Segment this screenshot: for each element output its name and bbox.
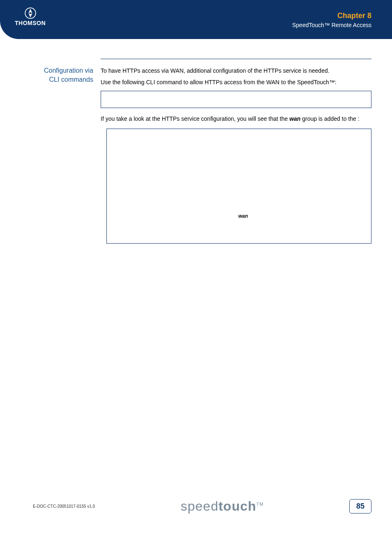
paragraph-2: Use the following CLI command to allow H… bbox=[101, 78, 371, 86]
paragraph-3: If you take a look at the HTTPs service … bbox=[101, 115, 371, 123]
section-heading: Configuration via CLI commands bbox=[21, 59, 93, 84]
para3-part-c: : bbox=[358, 115, 360, 122]
code-block-1 bbox=[101, 91, 371, 108]
section-heading-line1: Configuration via bbox=[44, 67, 93, 74]
paragraph-1: To have HTTPs access via WAN, additional… bbox=[101, 67, 371, 75]
page-footer: E-DOC-CTC-20051017-0155 v1.0 speedtouchT… bbox=[0, 499, 392, 514]
para3-part-b: group is added to the bbox=[300, 115, 357, 122]
header-right: Chapter 8 SpeedTouch™ Remote Access bbox=[292, 12, 371, 28]
right-column: To have HTTPs access via WAN, additional… bbox=[101, 59, 371, 244]
code-block-2: wan bbox=[106, 129, 371, 244]
para3-part-a: If you take a look at the HTTPs service … bbox=[101, 115, 289, 122]
para3-wan: wan bbox=[289, 115, 300, 122]
thomson-logo-icon bbox=[25, 7, 36, 19]
thomson-logo: THOMSON bbox=[15, 7, 46, 26]
thomson-logo-text: THOMSON bbox=[15, 20, 46, 26]
logo-tm: TM bbox=[256, 502, 264, 507]
page-number: 85 bbox=[349, 499, 371, 514]
left-column: Configuration via CLI commands bbox=[21, 59, 101, 244]
logo-speed: speed bbox=[180, 499, 218, 514]
chapter-subtitle: SpeedTouch™ Remote Access bbox=[292, 22, 371, 28]
chapter-title: Chapter 8 bbox=[292, 12, 371, 20]
document-id: E-DOC-CTC-20051017-0155 v1.0 bbox=[33, 504, 95, 509]
code2-wan-label: wan bbox=[238, 213, 248, 219]
page-header: THOMSON Chapter 8 SpeedTouch™ Remote Acc… bbox=[0, 0, 392, 39]
logo-touch: touch bbox=[219, 499, 256, 514]
section-heading-line2: CLI commands bbox=[49, 76, 93, 83]
content-area: Configuration via CLI commands To have H… bbox=[0, 39, 392, 244]
speedtouch-logo: speedtouchTM bbox=[180, 499, 263, 514]
